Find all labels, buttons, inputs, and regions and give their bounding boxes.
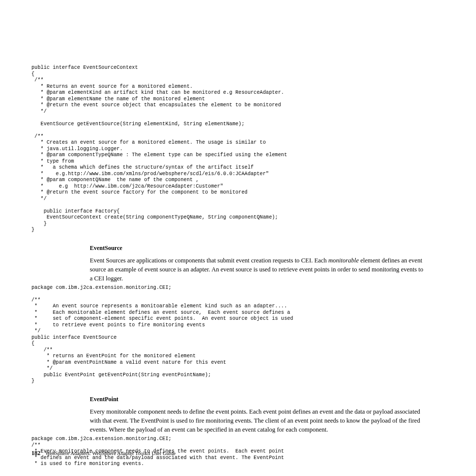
page-number: 182 <box>31 450 40 457</box>
footer-text: WebSphere Adapters: WebSphere Adapter To… <box>45 451 176 456</box>
paragraph-event-source: Event Sources are applications or compon… <box>90 256 425 283</box>
heading-event-source: EventSource <box>90 244 445 252</box>
page-footer: 182WebSphere Adapters: WebSphere Adapter… <box>31 450 176 457</box>
code-block-event-source: package com.ibm.j2ca.extension.monitorin… <box>31 285 445 385</box>
code-block-event-source-context: public interface EventSourceContext { /*… <box>31 65 445 234</box>
heading-event-point: EventPoint <box>90 396 445 403</box>
paragraph-text-italic: monitorable <box>328 257 359 264</box>
paragraph-event-point: Every monitorable component needs to def… <box>90 407 425 434</box>
paragraph-text-a: Event Sources are applications or compon… <box>90 257 328 264</box>
